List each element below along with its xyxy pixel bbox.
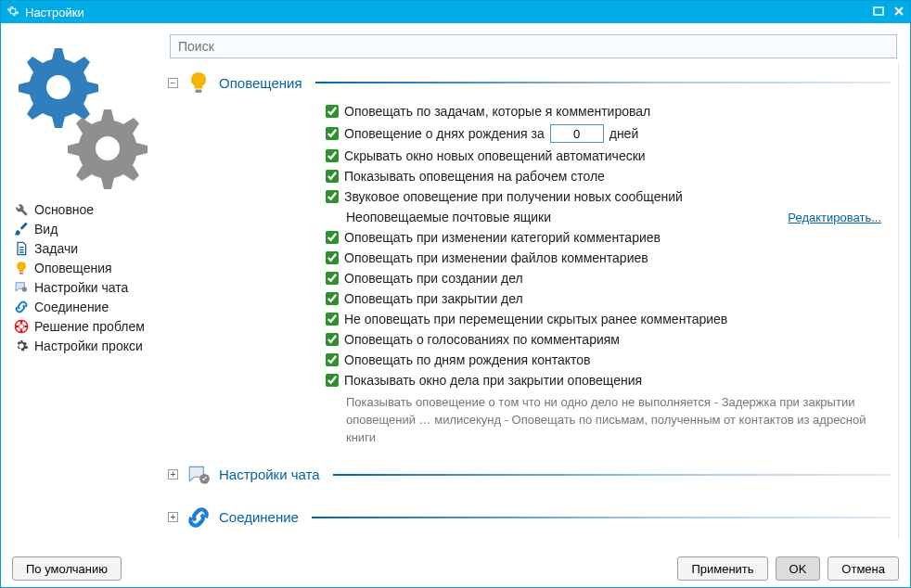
svg-point-4 xyxy=(22,287,27,291)
expand-toggle[interactable]: + xyxy=(168,469,178,479)
search-input[interactable] xyxy=(170,34,897,58)
divider xyxy=(315,82,891,83)
label-birthday-post: дней xyxy=(609,126,639,141)
sidebar-item-notifications[interactable]: Оповещения xyxy=(12,260,160,276)
expand-toggle[interactable]: + xyxy=(168,512,178,522)
collapse-toggle[interactable]: − xyxy=(168,78,178,88)
window-title: Настройки xyxy=(25,6,84,19)
checkbox-vote-notify[interactable] xyxy=(326,333,339,346)
checkbox-file-change[interactable] xyxy=(326,251,339,264)
sidebar-item-general[interactable]: Основное xyxy=(12,201,160,218)
checkbox-case-close[interactable] xyxy=(326,292,339,305)
link-icon xyxy=(186,505,212,530)
checkbox-birthday-notify[interactable] xyxy=(326,127,339,140)
checkbox-autohide-new[interactable] xyxy=(326,149,339,162)
sidebar-item-view[interactable]: Вид xyxy=(12,221,160,237)
checkbox-label: Показывать окно дела при закрытии оповещ… xyxy=(344,373,642,388)
checkbox-label: Скрывать окно новых оповещений автоматич… xyxy=(344,148,646,163)
svg-rect-0 xyxy=(874,7,883,15)
section-title: Оповещения xyxy=(219,75,302,91)
sidebar-item-connection[interactable]: Соединение xyxy=(12,299,160,315)
checkbox-label: Оповещать о голосованиях по комментариям xyxy=(344,332,620,347)
svg-point-1 xyxy=(46,75,71,99)
settings-window: Настройки xyxy=(0,0,911,588)
label-birthday-pre: Оповещение о днях рождения за xyxy=(344,126,545,141)
bulb-icon xyxy=(186,70,212,96)
checkbox-sound-notify[interactable] xyxy=(326,190,339,203)
checkbox-no-notify-hidden-move[interactable] xyxy=(326,313,339,326)
checkbox-label: Оповещать при изменении файлов комментар… xyxy=(344,250,648,265)
checkbox-label: Звуковое оповещение при получении новых … xyxy=(344,189,683,204)
maximize-button[interactable] xyxy=(873,6,884,19)
svg-rect-3 xyxy=(19,273,23,275)
divider xyxy=(312,517,891,518)
sidebar-item-tasks[interactable]: Задачи xyxy=(12,240,160,257)
checkbox-label: Оповещать при закрытии дел xyxy=(344,291,523,306)
ok-button[interactable]: OK xyxy=(776,556,821,581)
apply-button[interactable]: Применить xyxy=(677,556,767,581)
link-icon xyxy=(14,300,29,314)
section-chat: + Настройки чата xyxy=(168,456,891,493)
bulb-icon xyxy=(14,261,29,275)
checkbox-show-case-on-close[interactable] xyxy=(326,374,339,387)
sidebar: Основное Вид Задачи Оповещения Настройки… xyxy=(12,34,160,539)
checkbox-label: Оповещать при изменении категорий коммен… xyxy=(344,230,661,245)
sidebar-item-label: Основное xyxy=(34,202,94,217)
checkbox-case-create[interactable] xyxy=(326,272,339,285)
sidebar-item-troubleshoot[interactable]: Решение проблем xyxy=(12,318,160,335)
sidebar-item-proxy[interactable]: Настройки прокси xyxy=(12,338,160,354)
wrench-icon xyxy=(14,202,29,217)
content-scroll[interactable]: − Оповещения Оповещать по задачам, котор… xyxy=(168,64,899,539)
checkbox-category-change[interactable] xyxy=(326,231,339,244)
svg-point-2 xyxy=(96,136,120,160)
checkbox-desktop-notify[interactable] xyxy=(326,170,339,183)
input-birthday-days[interactable] xyxy=(550,124,604,143)
nav-list: Основное Вид Задачи Оповещения Настройки… xyxy=(12,201,160,354)
section-title: Настройки чата xyxy=(219,467,320,482)
sidebar-item-label: Соединение xyxy=(34,300,109,314)
chat-icon xyxy=(186,462,212,488)
checkbox-label: Оповещать по задачам, которые я комменти… xyxy=(344,104,650,119)
checkbox-contact-birthday[interactable] xyxy=(326,353,339,366)
link-edit-mailboxes[interactable]: Редактировать... xyxy=(788,211,881,224)
sidebar-item-label: Настройки прокси xyxy=(34,339,143,353)
defaults-button[interactable]: По умолчанию xyxy=(12,556,122,581)
gears-illustration xyxy=(12,34,160,201)
section-notifications: − Оповещения Оповещать по задачам, котор… xyxy=(168,64,891,451)
lifebuoy-icon xyxy=(14,319,29,334)
gear-icon xyxy=(14,339,29,353)
divider xyxy=(333,474,891,476)
sidebar-item-label: Оповещения xyxy=(34,261,112,275)
chat-icon xyxy=(14,280,29,295)
section-title: Соединение xyxy=(219,509,299,525)
sidebar-item-chat[interactable]: Настройки чата xyxy=(12,279,160,296)
gear-small-icon xyxy=(6,5,19,20)
sidebar-item-label: Решение проблем xyxy=(34,319,145,334)
checkbox-label: Оповещать при создании дел xyxy=(344,271,523,286)
checkbox-label: Оповещать по дням рождения контактов xyxy=(344,352,591,367)
checkbox-label: Не оповещать при перемещении скрытых ран… xyxy=(344,312,727,326)
document-icon xyxy=(14,241,29,256)
sidebar-item-label: Задачи xyxy=(34,241,78,256)
checkbox-notify-commented-tasks[interactable] xyxy=(326,105,339,118)
checkbox-label: Показывать оповещения на рабочем столе xyxy=(344,169,605,184)
svg-point-6 xyxy=(19,324,23,328)
titlebar: Настройки xyxy=(1,1,910,23)
section-note: Показывать оповещение о том что ни одно … xyxy=(326,390,891,451)
cancel-button[interactable]: Отмена xyxy=(828,556,899,581)
sidebar-item-label: Настройки чата xyxy=(34,280,128,295)
section-connection: + Соединение xyxy=(168,499,891,536)
footer: По умолчанию Применить OK Отмена xyxy=(1,550,910,587)
label-muted-mailboxes: Неоповещаемые почтовые ящики xyxy=(346,210,551,224)
main-panel: − Оповещения Оповещать по задачам, котор… xyxy=(168,34,899,539)
brush-icon xyxy=(14,222,29,236)
sidebar-item-label: Вид xyxy=(34,222,58,236)
close-button[interactable] xyxy=(893,6,905,19)
svg-rect-7 xyxy=(196,90,202,93)
